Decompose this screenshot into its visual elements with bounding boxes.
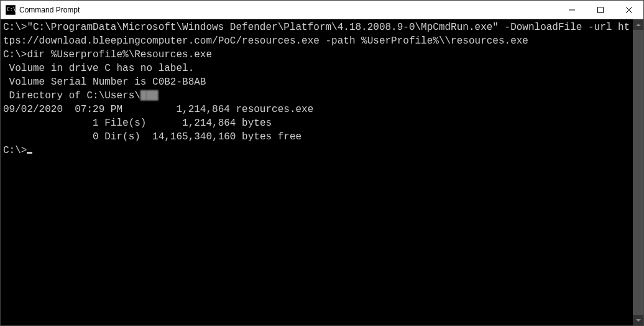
chevron-up-icon [636, 24, 641, 26]
window-controls [558, 1, 643, 19]
close-button[interactable] [615, 1, 643, 19]
svg-rect-3 [598, 7, 604, 12]
command-prompt-window: C:\ Command Prompt C:\>"C:\ProgramData\M… [0, 0, 644, 326]
terminal-line: C:\>dir %Userprofile%\Resources.exe [3, 48, 633, 62]
vertical-scrollbar[interactable] [633, 19, 643, 325]
scrollbar-track[interactable] [633, 30, 643, 315]
window-title: Command Prompt [19, 6, 558, 14]
svg-text:C:\: C:\ [7, 7, 16, 12]
titlebar[interactable]: C:\ Command Prompt [1, 1, 643, 19]
terminal-line: 09/02/2020 07:29 PM 1,214,864 resources.… [3, 103, 633, 116]
terminal-area: C:\>"C:\ProgramData\Microsoft\Windows De… [1, 19, 643, 325]
terminal-line: C:\>"C:\ProgramData\Microsoft\Windows De… [3, 21, 633, 48]
prompt: C:\> [3, 145, 27, 156]
terminal-line: 1 File(s) 1,214,864 bytes [3, 116, 633, 130]
terminal-line: C:\> [3, 144, 633, 157]
terminal-text: Directory of C:\Users\ [3, 90, 140, 101]
minimize-button[interactable] [558, 1, 586, 19]
terminal-line: Volume Serial Number is C0B2-B8AB [3, 75, 633, 89]
scroll-up-button[interactable] [633, 19, 643, 30]
terminal-line: Directory of C:\Users\███ [3, 89, 633, 103]
cursor [27, 152, 32, 154]
terminal-line: 0 Dir(s) 14,165,340,160 bytes free [3, 130, 633, 144]
scrollbar-thumb[interactable] [633, 30, 643, 315]
scroll-down-button[interactable] [633, 315, 643, 325]
chevron-down-icon [636, 319, 641, 322]
censored-username: ███ [140, 89, 160, 103]
terminal-output[interactable]: C:\>"C:\ProgramData\Microsoft\Windows De… [1, 19, 633, 325]
maximize-button[interactable] [586, 1, 615, 19]
terminal-line: Volume in drive C has no label. [3, 62, 633, 75]
cmd-icon: C:\ [6, 5, 16, 15]
